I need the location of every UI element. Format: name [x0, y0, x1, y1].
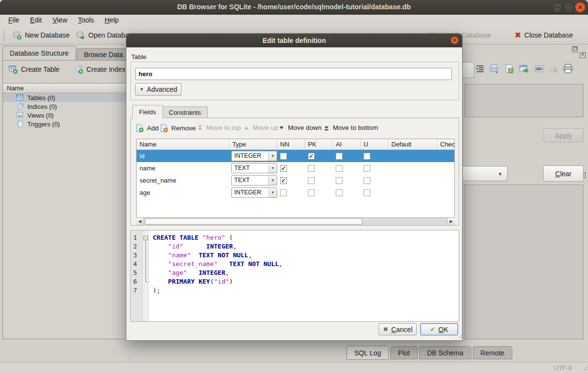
tab-plot[interactable]: Plot	[390, 346, 418, 359]
new-database-button[interactable]: New Database	[13, 28, 70, 42]
menu-tools[interactable]: Tools	[73, 15, 100, 25]
pk-checkbox[interactable]: ✓	[308, 153, 315, 160]
create-table-button[interactable]: Create Table	[9, 65, 60, 74]
field-name-cell[interactable]: secret_name	[137, 174, 229, 186]
u-checkbox[interactable]	[364, 153, 370, 160]
clear-button[interactable]: Clear	[543, 166, 584, 182]
nn-checkbox[interactable]: ✓	[280, 177, 287, 184]
open-sql-file-icon[interactable]	[489, 63, 500, 76]
execute-sql-icon[interactable]	[519, 64, 529, 76]
tree-item-triggers-0[interactable]: Triggers (0)	[3, 120, 126, 128]
dock-float-icon[interactable]	[572, 46, 578, 52]
add-field-button[interactable]: Add	[136, 124, 159, 132]
tab-db-schema[interactable]: DB Schema	[419, 346, 471, 359]
field-name-cell[interactable]: id	[137, 150, 229, 162]
close-icon[interactable]: ✕	[575, 2, 586, 13]
move-down-button[interactable]: Move down	[279, 124, 322, 131]
window-titlebar[interactable]: DB Browser for SQLite - /home/user/code/…	[0, 0, 588, 15]
field-name-cell[interactable]: age	[137, 186, 229, 199]
tab-constraints[interactable]: Constraints	[162, 106, 208, 118]
sql-log-filter-combobox[interactable]: ▼	[463, 166, 507, 181]
move-to-top-button[interactable]: Move to top	[197, 124, 241, 131]
tree-column-header-name[interactable]: Name	[3, 83, 126, 93]
format-indent-icon[interactable]	[475, 64, 485, 75]
remove-field-button[interactable]: Remove	[161, 124, 196, 132]
pk-checkbox[interactable]	[308, 165, 315, 172]
column-header-pk[interactable]: PK	[305, 139, 333, 150]
tree-item-views-0[interactable]: Views (0)	[3, 111, 126, 120]
tree-item-tables-0[interactable]: Tables (0)	[3, 93, 126, 102]
ai-checkbox[interactable]	[336, 177, 343, 184]
close-database-button[interactable]: ✖ Close Database	[515, 28, 573, 42]
column-header-name[interactable]: Name	[137, 139, 229, 150]
move-to-bottom-button[interactable]: Move to bottom	[324, 124, 378, 131]
field-row-age[interactable]: ageINTEGER▾	[137, 186, 454, 199]
column-header-default[interactable]: Default	[388, 139, 437, 150]
field-row-id[interactable]: idINTEGER▾✓	[137, 150, 454, 162]
menu-help[interactable]: Help	[100, 15, 124, 25]
u-checkbox[interactable]	[364, 165, 370, 172]
pk-checkbox[interactable]	[308, 177, 315, 184]
nn-checkbox[interactable]	[280, 189, 287, 196]
sql-log-pane[interactable]	[465, 185, 584, 339]
move-up-button[interactable]: Move up	[243, 124, 278, 131]
dock-close-icon[interactable]: ✕	[580, 52, 586, 58]
column-header-ai[interactable]: AI	[333, 139, 361, 150]
tab-browse-data[interactable]: Browse Data	[77, 48, 130, 60]
apply-button[interactable]: Apply	[544, 128, 584, 143]
pk-checkbox[interactable]	[308, 189, 315, 196]
field-row-name[interactable]: nameTEXT▾✓	[137, 162, 454, 174]
tab-database-structure[interactable]: Database Structure	[2, 46, 76, 60]
u-checkbox[interactable]	[364, 177, 370, 184]
minimize-icon[interactable]: —	[552, 2, 563, 13]
print-icon[interactable]	[563, 63, 574, 76]
tree-item-indices-0[interactable]: Indices (0)	[3, 102, 126, 111]
dialog-close-icon[interactable]: ✕	[450, 36, 459, 44]
cancel-button[interactable]: ✖ Cancel	[379, 323, 417, 335]
save-sql-file-icon[interactable]	[504, 63, 515, 76]
tab-remote[interactable]: Remote	[473, 346, 512, 359]
menu-file[interactable]: File	[3, 15, 25, 25]
scrollbar-thumb[interactable]	[145, 218, 362, 225]
maximize-icon[interactable]: ▢	[563, 2, 574, 13]
scroll-left-icon[interactable]: ◀	[136, 218, 144, 225]
ai-checkbox[interactable]	[336, 153, 343, 160]
column-header-type[interactable]: Type	[229, 139, 277, 150]
nn-checkbox[interactable]	[280, 153, 287, 160]
type-combobox[interactable]: INTEGER▾	[231, 151, 277, 161]
field-row-secret-name[interactable]: secret_nameTEXT▾✓	[137, 174, 454, 186]
sql-preview[interactable]: 1234567 − CREATE TABLE "hero" ( "id" INT…	[130, 230, 459, 322]
table-name-input[interactable]	[135, 68, 452, 80]
dialog-resize-grip[interactable]	[459, 337, 460, 338]
ok-button[interactable]: ✔ OK	[420, 323, 458, 335]
field-name-cell[interactable]: name	[137, 162, 229, 174]
encoding-indicator[interactable]: UTF-8	[554, 364, 572, 372]
tab-fields[interactable]: Fields	[132, 105, 163, 118]
partial-toolbar-button[interactable]	[463, 62, 474, 78]
u-checkbox[interactable]	[364, 189, 370, 196]
horizontal-scrollbar[interactable]: ◀ ▶	[136, 217, 455, 225]
menu-view[interactable]: View	[47, 15, 73, 25]
type-combobox[interactable]: TEXT▾	[231, 175, 277, 186]
fold-collapse-icon[interactable]: −	[143, 236, 148, 240]
column-header-nn[interactable]: NN	[277, 139, 305, 150]
advanced-button[interactable]: ▼ Advanced	[135, 83, 182, 96]
ai-checkbox[interactable]	[336, 189, 343, 196]
nn-checkbox[interactable]: ✓	[280, 165, 287, 172]
dialog-titlebar[interactable]: Edit table definition	[126, 34, 462, 47]
scrollbar-track[interactable]	[362, 218, 447, 225]
column-header-u[interactable]: U	[361, 139, 388, 150]
resize-grip[interactable]	[584, 369, 585, 370]
tab-sql-log[interactable]: SQL Log	[346, 346, 389, 360]
scroll-right-icon[interactable]: ▶	[447, 218, 455, 225]
menu-edit[interactable]: Edit	[25, 15, 47, 25]
type-combobox[interactable]: INTEGER▾	[231, 187, 277, 198]
link-icon[interactable]	[534, 64, 545, 76]
ai-checkbox[interactable]	[336, 165, 343, 172]
create-index-button[interactable]: Create Index	[74, 65, 125, 74]
type-combobox[interactable]: TEXT▾	[231, 163, 277, 173]
toolbar-handle[interactable]	[3, 30, 5, 41]
column-header-check[interactable]: Check	[437, 139, 455, 150]
disabled-tool-icon[interactable]	[549, 65, 559, 75]
edit-cell-pane[interactable]	[465, 84, 584, 117]
